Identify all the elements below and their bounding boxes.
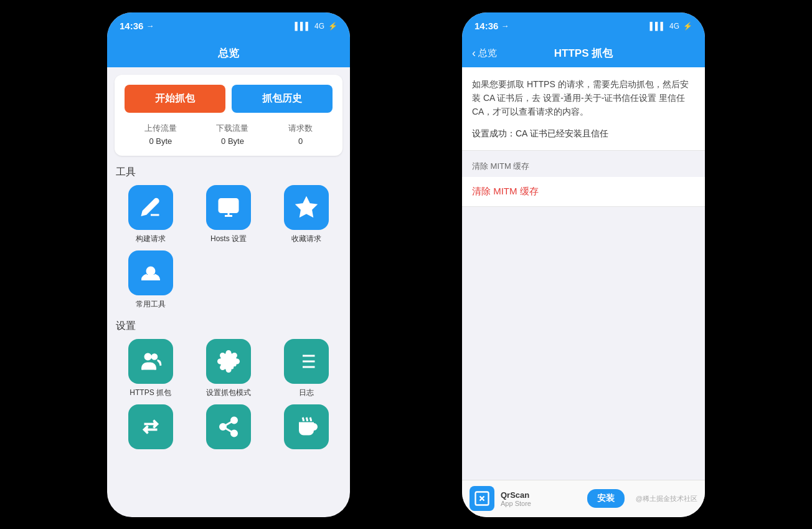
gear-icon [217, 350, 240, 373]
download-stat: 下载流量 0 Byte [216, 123, 248, 146]
info-block: 如果您要抓取 HTTPS 的请求，需要先启动抓包，然后安装 CA 证书后，去 设… [462, 67, 705, 151]
watermark: @稀土掘金技术社区 [631, 494, 697, 503]
chevron-left-icon: ‹ [472, 47, 476, 60]
pen-icon [139, 196, 162, 219]
svg-point-9 [145, 354, 151, 360]
request-value: 0 [288, 136, 313, 146]
svg-rect-3 [222, 204, 227, 208]
tool-build-request[interactable]: 构建请求 [115, 185, 186, 244]
capture-mode-label: 设置抓包模式 [206, 388, 251, 398]
status-bar-1: 14:36 → ▌▌▌ 4G ⚡ [107, 12, 350, 40]
settings-section-label: 设置 [115, 320, 342, 333]
logs-label: 日志 [299, 388, 314, 398]
build-request-icon-box [128, 185, 173, 230]
nav-bar-1: 总览 [107, 40, 350, 67]
info-text: 如果您要抓取 HTTPS 的请求，需要先启动抓包，然后安装 CA 证书后，去 设… [472, 77, 695, 119]
tool-proxy[interactable] [115, 404, 186, 453]
tool-logs[interactable]: 日志 [271, 339, 342, 398]
svg-line-23 [225, 428, 232, 432]
coffee-icon [295, 416, 318, 438]
request-label: 请求数 [288, 123, 313, 134]
download-label: 下载流量 [216, 123, 248, 134]
proxy-icon-box [128, 404, 173, 449]
battery-icon: ⚡ [328, 22, 338, 31]
back-button[interactable]: ‹ 总览 [472, 47, 497, 60]
location-icon: → [146, 21, 154, 31]
phone-2: 14:36 → ▌▌▌ 4G ⚡ ‹ 总览 HTTPS 抓包 [406, 0, 761, 529]
time-display-1: 14:36 → [120, 21, 154, 31]
app-store-label: App Store [501, 500, 581, 507]
summary-card: 开始抓包 抓包历史 上传流量 0 Byte 下载流量 0 Byte [115, 75, 342, 156]
upload-label: 上传流量 [144, 123, 177, 134]
nav-title-2: HTTPS 抓包 [554, 46, 613, 60]
capture-history-button[interactable]: 抓包历史 [232, 85, 333, 113]
app-info: QrScan App Store [501, 490, 581, 507]
common-icon-box [128, 250, 173, 295]
svg-line-24 [225, 421, 232, 425]
arrows-icon [139, 416, 162, 438]
https-label: HTTPS 抓包 [130, 388, 171, 398]
clear-cache-action-text: 清除 MITM 缓存 [472, 186, 539, 196]
request-stat: 请求数 0 [288, 123, 313, 146]
success-value: CA 证书已经安装且信任 [516, 128, 608, 138]
clear-cache-action[interactable]: 清除 MITM 缓存 [462, 177, 705, 207]
tool-https[interactable]: HTTPS 抓包 [115, 339, 186, 398]
hosts-icon-box [206, 185, 251, 230]
nav-title-1: 总览 [218, 46, 239, 60]
favorites-label: 收藏请求 [291, 234, 321, 244]
star-icon [295, 196, 318, 219]
svg-point-22 [231, 431, 237, 436]
tool-share[interactable] [192, 404, 264, 453]
tool-capture-mode[interactable]: 设置抓包模式 [192, 339, 264, 398]
share-icon-box [206, 404, 251, 449]
signal-icon: ▌▌▌ [295, 22, 311, 31]
clear-cache-header-text: 清除 MITM 缓存 [472, 161, 529, 171]
divider-1 [462, 151, 705, 156]
location-icon-2: → [501, 21, 509, 31]
svg-point-21 [220, 424, 225, 429]
clear-cache-section-header: 清除 MITM 缓存 [462, 156, 705, 177]
common-label: 常用工具 [136, 299, 166, 310]
capture-mode-icon-box [206, 339, 251, 384]
users-icon [139, 350, 162, 373]
https-icon-box [128, 339, 173, 384]
tool-hosts-settings[interactable]: Hosts 设置 [192, 185, 264, 244]
svg-point-20 [231, 417, 237, 423]
build-request-label: 构建请求 [136, 234, 166, 244]
hosts-label: Hosts 设置 [210, 234, 247, 244]
coffee-icon-box [284, 404, 329, 449]
svg-rect-4 [230, 202, 234, 205]
start-capture-button[interactable]: 开始抓包 [125, 85, 225, 113]
logs-icon-box [284, 339, 329, 384]
nav-bar-2: ‹ 总览 HTTPS 抓包 [462, 40, 705, 67]
phone-1: 14:36 → ▌▌▌ 4G ⚡ 总览 开始抓包 抓包历 [51, 0, 406, 529]
svg-marker-5 [297, 198, 316, 216]
favorites-icon-box [284, 185, 329, 230]
app-name: QrScan [501, 490, 581, 500]
share-icon [217, 416, 240, 438]
list-icon [295, 350, 318, 373]
upload-stat: 上传流量 0 Byte [144, 123, 177, 146]
monitor-icon [217, 196, 240, 219]
success-label: 设置成功： [472, 128, 516, 138]
app-banner: QrScan App Store 安装 @稀土掘金技术社区 [462, 480, 705, 517]
tool-common[interactable]: 常用工具 [115, 250, 186, 310]
screen-content-1[interactable]: 开始抓包 抓包历史 上传流量 0 Byte 下载流量 0 Byte [107, 67, 350, 517]
phone-1-screen: 14:36 → ▌▌▌ 4G ⚡ 总览 开始抓包 抓包历 [107, 12, 350, 517]
tool-coffee[interactable] [271, 404, 342, 453]
status-icons-1: ▌▌▌ 4G ⚡ [295, 22, 338, 31]
tools-section-label: 工具 [115, 166, 342, 179]
download-value: 0 Byte [216, 136, 248, 146]
signal-icon-2: ▌▌▌ [649, 22, 666, 31]
tool-favorites[interactable]: 收藏请求 [271, 185, 342, 244]
https-content[interactable]: 如果您要抓取 HTTPS 的请求，需要先启动抓包，然后安装 CA 证书后，去 设… [462, 67, 705, 480]
svg-point-10 [152, 354, 157, 359]
upload-value: 0 Byte [144, 136, 177, 146]
time-display-2: 14:36 → [474, 21, 509, 31]
status-bar-2: 14:36 → ▌▌▌ 4G ⚡ [462, 12, 705, 40]
success-text: 设置成功：CA 证书已经安装且信任 [472, 126, 695, 140]
action-buttons: 开始抓包 抓包历史 [125, 85, 333, 113]
install-button[interactable]: 安装 [587, 489, 625, 508]
battery-icon-2: ⚡ [683, 22, 692, 31]
status-icons-2: ▌▌▌ 4G ⚡ [649, 22, 692, 31]
